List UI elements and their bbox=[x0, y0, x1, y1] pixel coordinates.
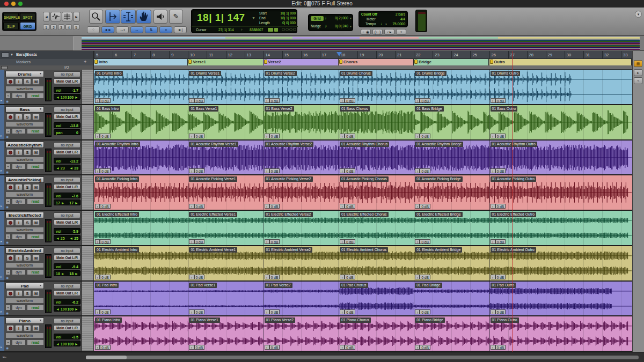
solo-button[interactable]: S bbox=[24, 114, 31, 120]
horizontal-scroll-thumb[interactable] bbox=[86, 356, 127, 359]
ruler-bar-33[interactable]: 33 bbox=[621, 51, 632, 59]
automation-follows-edit-button[interactable]: ≡ bbox=[159, 26, 172, 33]
clip-gain-badge[interactable]: ↑0 dB bbox=[491, 239, 506, 244]
scrubber-tool-button[interactable] bbox=[153, 10, 167, 24]
mute-button[interactable]: M bbox=[32, 290, 40, 297]
solo-button[interactable]: S bbox=[24, 325, 31, 331]
track-name[interactable]: ElectricEffected bbox=[5, 212, 44, 218]
clip-gain-badge[interactable]: ↑0 dB bbox=[189, 309, 204, 314]
ruler-menu-icon[interactable]: ▼ bbox=[10, 53, 13, 56]
record-enable-button[interactable] bbox=[6, 255, 14, 261]
dyn-button[interactable]: dyn bbox=[12, 269, 26, 275]
clip-gain-badge[interactable]: ↑0 dB bbox=[491, 309, 506, 314]
dyn-icon-button[interactable]: ⌁ bbox=[5, 164, 11, 169]
track-view-selector[interactable]: waveform bbox=[5, 262, 44, 268]
clip-gain-badge[interactable]: ↑0 dB bbox=[340, 204, 355, 209]
clip-gain-badge[interactable]: ↑0 dB bbox=[265, 168, 280, 173]
tab-to-transient-button[interactable]: ◄► bbox=[101, 26, 114, 33]
zoom-out-horizontal-button[interactable]: ◄ bbox=[43, 12, 50, 21]
grid-value-button[interactable]: Grid bbox=[311, 16, 324, 21]
ruler-bar-31[interactable]: 31 bbox=[583, 51, 602, 59]
clip-gain-badge[interactable]: ↑0 dB bbox=[415, 345, 430, 350]
ruler-bar-28[interactable]: 28 bbox=[527, 51, 546, 59]
marker-outro[interactable]: Outro bbox=[489, 59, 632, 65]
solo-button[interactable]: S bbox=[24, 290, 31, 297]
input-selector[interactable]: no input bbox=[54, 177, 80, 183]
track-lane-electricambient[interactable]: 01 Electric Ambient Intro↑0 dB01 Electri… bbox=[94, 246, 632, 282]
pencil-tool-button[interactable]: ✎ bbox=[169, 10, 183, 24]
universe-strip[interactable] bbox=[0, 35, 644, 51]
group-expand-icon[interactable]: ▸ bbox=[1, 134, 2, 137]
zoom-preset-2[interactable]: 2 bbox=[50, 24, 57, 30]
nudge-label[interactable]: Nudge bbox=[311, 24, 321, 28]
meter-label[interactable]: Meter bbox=[367, 17, 376, 21]
grid-value[interactable]: 0| 2| 000 bbox=[329, 16, 348, 20]
timebase-icon[interactable]: ◉ bbox=[6, 311, 9, 315]
dyn-icon-button[interactable]: ⌁ bbox=[5, 339, 11, 345]
clip-gain-badge[interactable]: ↑0 dB bbox=[491, 204, 506, 209]
mute-button[interactable]: M bbox=[32, 255, 40, 261]
main-counter[interactable]: 18| 1| 147 bbox=[197, 12, 245, 24]
timeline-insertion-icon[interactable] bbox=[268, 28, 273, 32]
tempo-value[interactable]: 75.0000 bbox=[393, 22, 406, 26]
mute-button[interactable]: M bbox=[32, 219, 40, 226]
mode-shuffle-button[interactable]: SHUFFLE bbox=[3, 13, 19, 21]
record-enable-button[interactable] bbox=[6, 78, 14, 85]
clip-gain-badge[interactable]: ↑0 dB bbox=[189, 275, 204, 279]
group-expand-icon[interactable]: ▸ bbox=[1, 168, 2, 172]
clip-gain-badge[interactable]: ↑0 dB bbox=[265, 98, 280, 103]
horizontal-scroll-track[interactable] bbox=[86, 356, 639, 359]
output-selector[interactable]: Main Out L/R bbox=[54, 290, 80, 296]
automation-mode-button[interactable]: read bbox=[27, 234, 44, 240]
tempo-note-icon[interactable]: ♩ bbox=[380, 21, 385, 26]
keyboard-focus-button[interactable]: ▦ bbox=[634, 60, 642, 67]
grid-menu-icon[interactable]: ▼ bbox=[349, 17, 352, 20]
record-enable-button[interactable] bbox=[6, 114, 14, 120]
zoom-in-horizontal-button[interactable]: ► bbox=[73, 12, 80, 21]
pan-display[interactable]: ◄ 25◄ 25 bbox=[54, 235, 80, 241]
ruler-bar-19[interactable]: 19 bbox=[357, 51, 376, 59]
count-off-value[interactable]: 2 bars bbox=[396, 12, 405, 16]
link-track-selection-button[interactable]: ↔ bbox=[130, 26, 143, 33]
insertion-follows-playback-button[interactable]: ⇅ bbox=[145, 26, 158, 33]
record-enable-button[interactable] bbox=[6, 325, 14, 331]
zoom-preset-4[interactable]: 4 bbox=[65, 24, 72, 30]
ruler-bar-13[interactable]: 13 bbox=[245, 51, 264, 59]
clip-gain-badge[interactable]: ↑0 dB bbox=[340, 345, 355, 350]
input-selector[interactable]: no input bbox=[54, 248, 80, 254]
clip-gain-badge[interactable]: ↑0 dB bbox=[491, 168, 506, 173]
clip-gain-badge[interactable]: ↑0 dB bbox=[95, 204, 111, 209]
track-lane-bass[interactable]: 01 Bass Intro↑0 dB01 Bass Verse1↑0 dB01 … bbox=[94, 105, 632, 141]
clip-gain-badge[interactable]: ↑0 dB bbox=[340, 168, 355, 173]
clip-gain-badge[interactable]: ↑0 dB bbox=[415, 239, 430, 244]
input-monitor-button[interactable]: I bbox=[15, 184, 23, 190]
timebase-icon[interactable]: ◉ bbox=[6, 99, 9, 103]
ruler-bar-21[interactable]: 21 bbox=[395, 51, 414, 59]
meter-value[interactable]: 4/4 bbox=[400, 17, 405, 21]
clip-gain-badge[interactable]: ↑0 dB bbox=[340, 239, 355, 244]
clip-gain-badge[interactable]: ↑0 dB bbox=[189, 98, 204, 103]
automation-mode-button[interactable]: read bbox=[27, 198, 44, 204]
trim-tool-button[interactable] bbox=[105, 10, 120, 24]
conductor-button[interactable]: ♆ bbox=[396, 29, 406, 35]
volume-display[interactable]: vol-7.6 bbox=[54, 193, 80, 198]
automation-mode-button[interactable]: read bbox=[27, 305, 44, 311]
automation-mode-button[interactable]: read bbox=[27, 164, 44, 169]
automation-mode-button[interactable]: read bbox=[27, 93, 44, 99]
clip-gain-badge[interactable]: ↑0 dB bbox=[491, 345, 506, 350]
ruler-bar-10[interactable]: 10 bbox=[188, 51, 207, 59]
ruler-bar-20[interactable]: 20 bbox=[376, 51, 395, 59]
track-name-menu-icon[interactable]: ▾ bbox=[40, 177, 41, 181]
track-view-selector[interactable]: waveform bbox=[5, 227, 44, 233]
record-enable-button[interactable] bbox=[6, 149, 14, 156]
clip-gain-badge[interactable]: ↑0 dB bbox=[415, 134, 430, 138]
toolbar-menu-button[interactable]: ▼ bbox=[635, 11, 642, 18]
pan-display[interactable]: 17 ►17 ► bbox=[54, 200, 80, 205]
track-name[interactable]: Piano bbox=[5, 317, 44, 324]
length-value[interactable]: 0| 0| 000 bbox=[273, 21, 296, 25]
ruler-bar-6[interactable]: 6 bbox=[113, 51, 131, 59]
automation-mode-button[interactable]: read bbox=[27, 269, 44, 275]
ruler-bar-24[interactable]: 24 bbox=[451, 51, 470, 59]
ruler-bar-11[interactable]: 11 bbox=[207, 51, 225, 59]
ruler-bar-7[interactable]: 7 bbox=[131, 51, 150, 59]
